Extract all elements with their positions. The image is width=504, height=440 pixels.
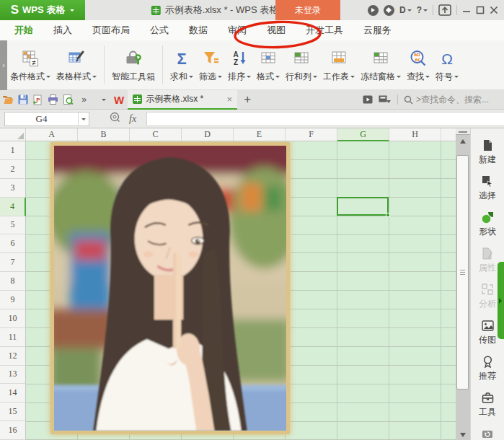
fill-handle[interactable] — [386, 213, 390, 217]
open-folder-icon[interactable] — [0, 90, 15, 110]
sidebar-expander[interactable] — [498, 262, 504, 339]
sheet-cells[interactable] — [26, 141, 456, 440]
sidebar-item-new[interactable]: 新建 — [479, 138, 496, 166]
column-header-h[interactable]: H — [389, 128, 441, 141]
row-header-8[interactable]: 8 — [0, 272, 26, 291]
docer-dropdown-button[interactable]: D — [399, 5, 412, 15]
dropdown-caret-icon[interactable] — [92, 76, 97, 80]
column-header-g-selected[interactable]: G — [337, 128, 389, 141]
sort-button[interactable]: A Z 排序 — [225, 43, 254, 87]
save-icon[interactable] — [15, 90, 30, 110]
row-header-9[interactable]: 9 — [0, 291, 26, 309]
column-header-f[interactable]: F — [286, 128, 337, 141]
select-all-corner[interactable] — [0, 128, 26, 141]
scrollbar-thumb[interactable] — [456, 155, 469, 390]
smart-toolbox-button[interactable]: 智能工具箱 — [109, 43, 158, 87]
minimize-button[interactable] — [462, 6, 471, 14]
tab-page-layout[interactable]: 页面布局 — [82, 20, 140, 40]
wps-home-button[interactable]: W — [110, 94, 128, 106]
tab-cloud[interactable]: 云服务 — [353, 20, 402, 40]
find-button[interactable]: ab ac 查找 — [404, 43, 433, 87]
insert-function-button[interactable]: fx — [129, 113, 136, 125]
dropdown-caret-icon[interactable] — [454, 76, 459, 80]
print-preview-icon[interactable] — [61, 90, 76, 110]
export-pdf-icon[interactable]: P — [30, 90, 45, 110]
freeze-panes-button[interactable]: 冻结窗格 — [358, 43, 404, 87]
embedded-photo[interactable] — [50, 142, 290, 434]
row-header-5[interactable]: 5 — [0, 216, 26, 235]
dropdown-caret-icon[interactable] — [46, 76, 50, 80]
dropdown-caret-icon[interactable] — [275, 76, 280, 80]
magnifier-circle-icon[interactable] — [110, 112, 120, 126]
row-header-3[interactable]: 3 — [0, 179, 26, 198]
row-header-1[interactable]: 1 — [0, 141, 26, 160]
conditional-format-button[interactable]: ≠ 条件格式 — [7, 43, 53, 87]
document-tab[interactable]: 示例表格.xlsx * × — [128, 90, 237, 110]
help-dropdown-button[interactable]: ? — [417, 5, 428, 15]
row-header-15[interactable]: 15 — [0, 402, 26, 421]
row-header-11[interactable]: 11 — [0, 328, 26, 347]
row-header-13[interactable]: 13 — [0, 366, 26, 384]
row-header-16[interactable]: 16 — [0, 421, 26, 440]
worksheet-button[interactable]: 工作表 — [320, 43, 358, 87]
new-tab-button[interactable]: + — [237, 92, 257, 107]
quick-access-dropdown[interactable] — [95, 90, 110, 110]
sum-button[interactable]: Σ 求和 — [167, 43, 196, 87]
formula-input[interactable] — [146, 112, 504, 126]
column-header-a[interactable]: A — [26, 128, 78, 141]
row-header-4-selected[interactable]: 4 — [0, 198, 26, 216]
sidebar-item-shapes[interactable]: 形状 — [479, 211, 496, 238]
table-style-button[interactable]: 表格样式 — [53, 43, 100, 87]
sidebar-item-send-image[interactable]: 传图 — [479, 319, 496, 346]
row-header-10[interactable]: 10 — [0, 309, 26, 328]
scroll-down-button[interactable] — [456, 429, 470, 440]
row-header-7[interactable]: 7 — [0, 253, 26, 272]
dropdown-caret-icon[interactable] — [189, 76, 193, 80]
sidebar-item-select[interactable]: 选择 — [479, 175, 496, 202]
wps-app-menu-button[interactable]: S WPS 表格 — [0, 0, 85, 20]
tab-dev-tools[interactable]: 开发工具 — [296, 20, 353, 40]
sidebar-item-recommend[interactable]: 推荐 — [479, 355, 496, 382]
row-header-12[interactable]: 12 — [0, 347, 26, 366]
circle-diamond-icon[interactable] — [384, 5, 394, 16]
window-switch-icon[interactable] — [379, 95, 392, 104]
tab-insert[interactable]: 插入 — [43, 20, 82, 40]
tab-home[interactable]: 开始 — [4, 20, 43, 40]
column-header-c[interactable]: C — [130, 128, 182, 141]
column-header-b[interactable]: B — [78, 128, 130, 141]
login-button[interactable]: 未登录 — [275, 0, 340, 20]
dropdown-caret-icon[interactable] — [397, 76, 401, 80]
row-header-14[interactable]: 14 — [0, 384, 26, 402]
ribbon-collapse-handle[interactable]: ‹ — [0, 40, 7, 90]
search-input[interactable] — [416, 94, 501, 105]
column-header-e[interactable]: E — [234, 128, 286, 141]
tab-formulas[interactable]: 公式 — [140, 20, 179, 40]
filter-button[interactable]: 筛选 — [196, 43, 225, 87]
scroll-up-button[interactable] — [456, 136, 470, 146]
tab-view[interactable]: 视图 — [257, 20, 296, 40]
share-upload-button[interactable] — [438, 4, 451, 16]
dropdown-caret-icon[interactable] — [313, 76, 317, 80]
dropdown-caret-icon[interactable] — [247, 76, 251, 80]
rows-columns-button[interactable]: 行和列 — [283, 43, 320, 87]
close-button[interactable] — [490, 6, 498, 14]
dropdown-caret-icon[interactable] — [425, 76, 430, 80]
dropdown-caret-icon[interactable] — [350, 76, 355, 80]
column-header-d[interactable]: D — [182, 128, 234, 141]
tab-close-icon[interactable]: × — [227, 94, 233, 105]
tab-review[interactable]: 审阅 — [218, 20, 257, 40]
dropdown-caret-icon[interactable] — [218, 76, 222, 80]
split-handle[interactable] — [456, 128, 470, 135]
row-header-6[interactable]: 6 — [0, 234, 26, 253]
presentation-view-icon[interactable] — [363, 95, 373, 104]
sidebar-item-tools[interactable]: 工具 — [479, 391, 496, 418]
circle-play-icon[interactable] — [368, 5, 379, 16]
more-quick-icons[interactable]: » — [76, 90, 91, 110]
tab-data[interactable]: 数据 — [179, 20, 218, 40]
sidebar-item-backtop[interactable] — [482, 428, 493, 440]
format-button[interactable]: 格式 — [254, 43, 283, 87]
maximize-button[interactable] — [476, 6, 485, 14]
row-header-2[interactable]: 2 — [0, 160, 26, 179]
print-icon[interactable] — [45, 90, 61, 110]
name-box[interactable]: G4 — [4, 112, 89, 126]
